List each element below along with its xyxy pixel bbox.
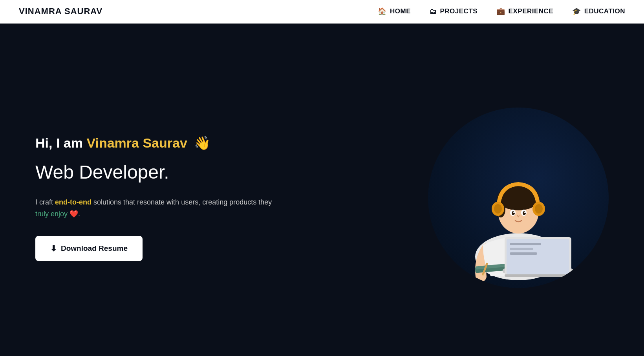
download-resume-button[interactable]: ⬇ Download Resume	[35, 236, 143, 261]
hero-description: I craft end-to-end solutions that resona…	[35, 196, 279, 220]
hero-illustration-container	[428, 108, 609, 288]
hero-greeting: Hi, I am Vinamra Saurav 👋	[35, 134, 279, 152]
download-resume-label: Download Resume	[61, 244, 128, 253]
nav-education-label: EDUCATION	[584, 7, 625, 15]
desc-highlight-green: truly enjoy	[35, 210, 68, 218]
svg-point-10	[524, 212, 526, 213]
svg-rect-22	[510, 252, 537, 255]
wave-emoji: 👋	[194, 134, 210, 152]
navbar: VINAMRA SAURAV 🏠 HOME 🗂 PROJECTS 💼 EXPER…	[0, 0, 644, 24]
nav-education[interactable]: 🎓 EDUCATION	[572, 7, 625, 16]
desc-part2: solutions that resonate with users, crea…	[91, 198, 272, 206]
svg-rect-20	[510, 243, 541, 245]
nav-projects-label: PROJECTS	[440, 7, 478, 15]
heart-emoji: ❤️	[70, 208, 78, 220]
experience-icon: 💼	[496, 7, 505, 16]
svg-point-9	[513, 212, 515, 213]
home-icon: 🏠	[378, 7, 387, 16]
hero-title: Web Developer.	[35, 161, 279, 184]
person-illustration	[444, 143, 593, 288]
nav-home[interactable]: 🏠 HOME	[378, 7, 411, 16]
desc-part1: I craft	[35, 198, 55, 206]
svg-rect-23	[505, 274, 571, 277]
desc-highlight-red: end-to-end	[55, 198, 91, 206]
projects-icon: 🗂	[430, 7, 437, 16]
svg-point-14	[535, 204, 543, 214]
desc-end: .	[78, 210, 80, 218]
nav-links: 🏠 HOME 🗂 PROJECTS 💼 EXPERIENCE 🎓 EDUCATI…	[378, 7, 625, 16]
brand-name: VINAMRA SAURAV	[19, 6, 102, 16]
svg-rect-21	[510, 248, 533, 250]
greeting-prefix: Hi, I am	[35, 135, 86, 150]
nav-home-label: HOME	[390, 7, 411, 15]
svg-point-12	[494, 204, 502, 214]
hero-section: Hi, I am Vinamra Saurav 👋 Web Developer.…	[0, 24, 644, 348]
education-icon: 🎓	[572, 7, 581, 16]
hero-circle	[428, 108, 609, 288]
nav-experience-label: EXPERIENCE	[509, 7, 554, 15]
nav-projects[interactable]: 🗂 PROJECTS	[430, 7, 478, 16]
hero-content: Hi, I am Vinamra Saurav 👋 Web Developer.…	[35, 134, 279, 261]
download-icon: ⬇	[50, 244, 57, 253]
nav-experience[interactable]: 💼 EXPERIENCE	[496, 7, 553, 16]
hero-name: Vinamra Saurav	[86, 135, 187, 150]
